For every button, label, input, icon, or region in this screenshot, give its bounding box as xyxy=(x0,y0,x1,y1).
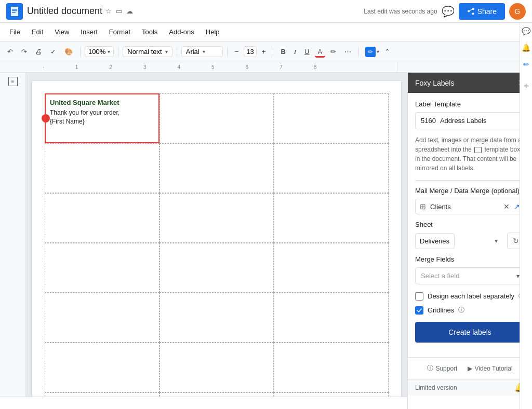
pen-icon-area: ✏ ▾ xyxy=(365,47,379,57)
ruler-mark: 3 xyxy=(143,64,147,70)
title-area: Untitled document ☆ ▭ ☁ xyxy=(27,6,355,17)
merge-fields-wrapper: Select a field ▾ xyxy=(415,267,525,284)
sidebar-plus-icon[interactable]: + xyxy=(523,81,529,92)
design-each-label: Design each label separately xyxy=(428,292,514,300)
sheet-select-wrapper: Deliveries xyxy=(415,233,503,249)
document-page: United Square Market Thank you for your … xyxy=(32,81,401,409)
ruler-main: · 1 2 3 4 5 6 7 8 xyxy=(26,62,397,72)
highlight-button[interactable]: ✏ xyxy=(327,46,339,58)
clients-input[interactable]: ⊞ Clients ✕ ↗ xyxy=(415,199,525,214)
doc-title[interactable]: Untitled document xyxy=(27,6,102,17)
video-tutorial-link[interactable]: ▶ Video Tutorial xyxy=(468,365,512,372)
template-name: Address Labels xyxy=(440,117,487,125)
main-wrapper: ≡ United Square Market Thank you for you… xyxy=(0,73,532,409)
label-cell xyxy=(159,243,274,293)
limited-version-label: Limited version xyxy=(415,384,457,391)
sheet-label: Sheet xyxy=(415,221,525,228)
sidebar-notify-icon[interactable]: 🔔 xyxy=(522,44,530,52)
app-icon xyxy=(6,3,23,20)
text-style-select[interactable]: Normal text ▾ xyxy=(123,46,172,57)
sidebar-chat-icon[interactable]: 💬 xyxy=(522,27,530,35)
undo-button[interactable]: ↶ xyxy=(4,46,16,58)
svg-rect-3 xyxy=(12,12,16,13)
toolbar-divider-5 xyxy=(273,47,273,57)
template-num: 5160 xyxy=(421,117,436,125)
sheet-row: Deliveries ↻ xyxy=(415,233,525,249)
share-button[interactable]: Share xyxy=(459,3,505,20)
template-box-icon xyxy=(474,147,482,153)
label-cell xyxy=(274,93,389,143)
gridlines-checkbox[interactable] xyxy=(415,306,423,315)
more-formatting[interactable]: ⋯ xyxy=(341,46,354,58)
label-cell xyxy=(159,193,274,243)
doc-area: United Square Market Thank you for your … xyxy=(26,73,407,409)
merge-fields-select[interactable]: Select a field xyxy=(415,267,525,284)
menu-edit[interactable]: Edit xyxy=(26,26,48,38)
panel-body: Label Template 5160 Address Labels Add t… xyxy=(408,93,532,357)
menu-view[interactable]: View xyxy=(49,26,74,38)
avatar[interactable]: G xyxy=(509,3,526,20)
create-labels-button[interactable]: Create labels xyxy=(415,322,525,343)
label-cell-active[interactable]: United Square Market Thank you for your … xyxy=(45,93,159,143)
right-side-icons: 💬 🔔 ✏ + xyxy=(520,23,532,409)
ruler-area: · 1 2 3 4 5 6 7 8 xyxy=(0,62,532,73)
svg-rect-2 xyxy=(12,10,17,11)
sheet-select[interactable]: Deliveries xyxy=(415,233,455,249)
menu-addons[interactable]: Add-ons xyxy=(164,26,199,38)
redo-button[interactable]: ↷ xyxy=(18,46,30,58)
print-button[interactable]: 🖨 xyxy=(32,46,45,58)
sidebar-edit-icon[interactable]: ✏ xyxy=(523,60,529,69)
text-color-button[interactable]: A xyxy=(315,46,326,58)
label-grid: United Square Market Thank you for your … xyxy=(45,93,389,409)
ruler-right xyxy=(397,62,532,72)
text-style-chevron: ▾ xyxy=(165,49,168,54)
font-size-increase[interactable]: + xyxy=(259,46,269,58)
label-cell xyxy=(159,143,274,193)
panel-title: Foxy Labels xyxy=(415,79,454,87)
label-cell xyxy=(45,343,159,392)
italic-button[interactable]: I xyxy=(291,46,299,58)
ruler-mark: 1 xyxy=(75,64,78,70)
zoom-box[interactable]: 100% ▾ xyxy=(85,46,114,57)
menu-file[interactable]: File xyxy=(4,26,25,38)
cloud-icon[interactable]: ☁ xyxy=(126,7,133,15)
menu-tools[interactable]: Tools xyxy=(137,26,163,38)
spellcheck-button[interactable]: ✓ xyxy=(47,46,59,58)
menu-insert[interactable]: Insert xyxy=(75,26,103,38)
ruler-mark: 2 xyxy=(109,64,112,70)
label-template-row[interactable]: 5160 Address Labels xyxy=(415,112,525,129)
font-size-value: 13 xyxy=(246,48,254,56)
video-tutorial-label: Video Tutorial xyxy=(474,365,512,372)
comment-icon[interactable]: 💬 xyxy=(442,5,455,18)
support-link[interactable]: ⓘ Support xyxy=(427,364,457,373)
label-cell xyxy=(45,243,159,293)
paintformat-button[interactable]: 🎨 xyxy=(61,46,76,58)
label-cell xyxy=(274,293,389,343)
title-icons: ☆ ▭ ☁ xyxy=(105,7,133,15)
status-bar xyxy=(0,397,407,409)
font-select[interactable]: Arial ▾ xyxy=(181,46,223,57)
menu-help[interactable]: Help xyxy=(201,26,225,38)
underline-button[interactable]: U xyxy=(301,46,312,58)
collapse-button[interactable]: ⌃ xyxy=(381,46,393,58)
play-icon: ▶ xyxy=(468,365,472,372)
support-icon: ⓘ xyxy=(427,364,433,373)
bold-button[interactable]: B xyxy=(277,46,288,58)
gridlines-info-icon[interactable]: ⓘ xyxy=(458,306,464,315)
grid-icon: ⊞ xyxy=(420,202,426,211)
ruler-mark: 6 xyxy=(246,64,249,70)
red-cursor-dot xyxy=(42,114,50,122)
star-icon[interactable]: ☆ xyxy=(105,7,112,15)
clear-icon[interactable]: ✕ xyxy=(503,202,510,211)
title-actions: 💬 Share G xyxy=(442,3,526,20)
font-size-decrease[interactable]: − xyxy=(232,46,242,58)
toolbar-divider-4 xyxy=(227,47,228,57)
menu-format[interactable]: Format xyxy=(104,26,136,38)
drive-icon[interactable]: ▭ xyxy=(116,7,122,15)
design-each-checkbox[interactable] xyxy=(415,292,423,301)
toolbar-divider-2 xyxy=(118,47,118,57)
pen-chevron[interactable]: ▾ xyxy=(377,49,379,54)
pen-bar[interactable]: ✏ xyxy=(365,47,376,57)
ruler-left-space xyxy=(0,62,26,72)
font-size-box[interactable]: 13 xyxy=(244,46,256,57)
